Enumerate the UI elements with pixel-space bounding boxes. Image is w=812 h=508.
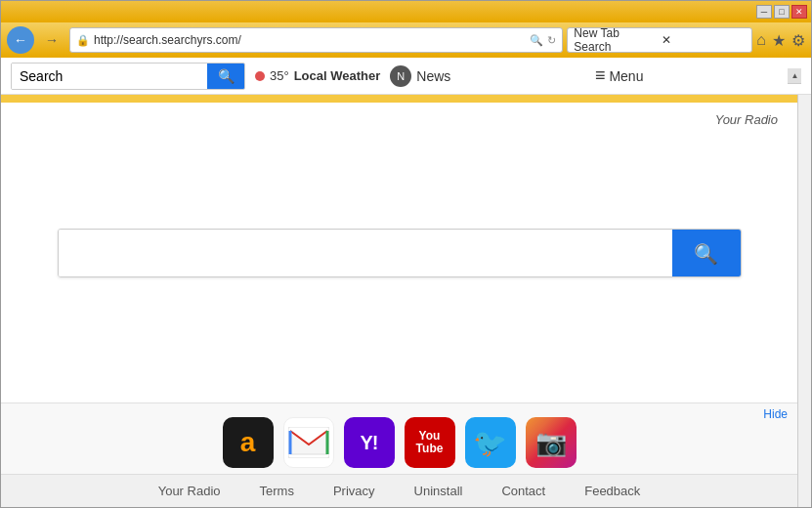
forward-button[interactable]: → [38, 26, 65, 54]
menu-button[interactable]: ≡ Menu [595, 65, 644, 86]
scroll-up-button[interactable]: ▲ [788, 68, 801, 84]
footer-uninstall[interactable]: Uninstall [414, 484, 463, 498]
address-input[interactable] [94, 33, 526, 47]
footer-your-radio[interactable]: Your Radio [158, 484, 221, 498]
gmail-icon[interactable] [283, 417, 334, 468]
footer-feedback[interactable]: Feedback [584, 484, 640, 498]
home-icon[interactable]: ⌂ [756, 31, 766, 49]
footer-contact[interactable]: Contact [501, 484, 545, 498]
youtube-icon[interactable]: You Tube [405, 417, 455, 468]
search-area: Your Radio 🔍 [1, 103, 797, 402]
browser-window: ─ □ ✕ ← → 🔒 🔍 ↻ New Tab Search ✕ ⌂ ★ ⚙ 🔍 [0, 0, 812, 508]
browser-right-icons: ⌂ ★ ⚙ [756, 31, 805, 50]
top-stripe [1, 95, 797, 103]
nav-search-form: 🔍 [11, 63, 245, 90]
browser-toolbar: ← → 🔒 🔍 ↻ New Tab Search ✕ ⌂ ★ ⚙ [1, 22, 811, 58]
weather-label: Local Weather [294, 68, 381, 83]
content-area: Your Radio 🔍 Hide a [1, 95, 811, 507]
tab-area: New Tab Search ✕ [567, 27, 752, 53]
menu-icon: ≡ [595, 65, 606, 86]
main-search-button[interactable]: 🔍 [672, 230, 741, 277]
app-icons-row: a Y! You [1, 409, 797, 468]
menu-label: Menu [609, 68, 643, 84]
settings-icon[interactable]: ⚙ [791, 31, 805, 50]
search-icon[interactable]: 🔍 [530, 34, 543, 47]
nav-search-input[interactable] [12, 63, 207, 90]
nav-bar: 🔍 35° Local Weather N News ≡ Menu ▲ [1, 58, 811, 95]
main-search-input[interactable] [59, 230, 672, 277]
main-content: Your Radio 🔍 [1, 95, 797, 402]
app-icons-section: Hide a Y! [1, 402, 797, 474]
news-label: News [416, 68, 450, 84]
content-main: Your Radio 🔍 Hide a [1, 95, 797, 507]
amazon-icon[interactable]: a [223, 417, 274, 468]
title-bar: ─ □ ✕ [1, 1, 811, 22]
hide-link[interactable]: Hide [763, 407, 788, 421]
instagram-icon[interactable]: 📷 [526, 417, 577, 468]
gmail-svg [288, 427, 329, 458]
right-scrollbar [797, 95, 811, 507]
yahoo-icon[interactable]: Y! [344, 417, 395, 468]
footer-privacy[interactable]: Privacy [333, 484, 375, 498]
lock-icon: 🔒 [76, 34, 90, 47]
footer-terms[interactable]: Terms [260, 484, 294, 498]
footer: Your Radio Terms Privacy Uninstall Conta… [1, 474, 797, 507]
main-search-form: 🔍 [58, 229, 742, 277]
scroll-track [798, 95, 811, 507]
minimize-button[interactable]: ─ [756, 5, 772, 19]
refresh-icon[interactable]: ↻ [547, 34, 556, 47]
close-button[interactable]: ✕ [791, 5, 807, 19]
twitter-icon[interactable]: 🐦 [465, 417, 516, 468]
weather-dot-icon [255, 71, 265, 81]
weather-widget[interactable]: 35° Local Weather [255, 68, 380, 83]
address-bar: 🔒 🔍 ↻ [69, 27, 563, 53]
news-link[interactable]: N News [390, 65, 450, 87]
maximize-button[interactable]: □ [774, 5, 790, 19]
tab-close-button[interactable]: ✕ [662, 33, 746, 47]
search-icon: 🔍 [218, 68, 235, 84]
back-button[interactable]: ← [7, 26, 34, 54]
star-icon[interactable]: ★ [772, 31, 786, 50]
nav-search-button[interactable]: 🔍 [207, 63, 244, 90]
your-radio-label: Your Radio [715, 112, 778, 127]
news-icon: N [390, 65, 411, 87]
tab-title: New Tab Search [574, 26, 658, 54]
youtube-tube: Tube [416, 443, 444, 455]
weather-temp: 35° [270, 68, 289, 83]
scrollbar-up: ▲ [788, 68, 801, 84]
search-icon: 🔍 [694, 242, 718, 266]
